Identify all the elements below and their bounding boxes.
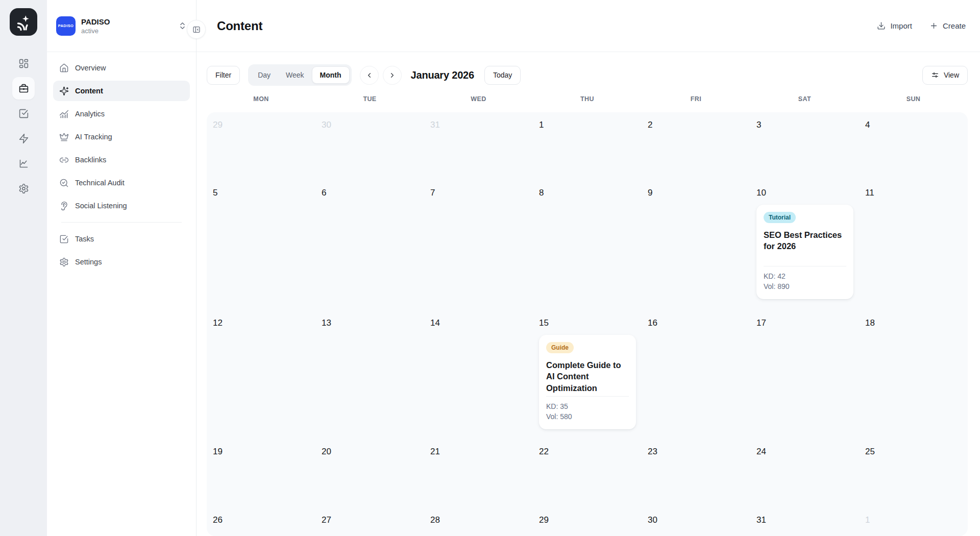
view-mode-month[interactable]: Month — [312, 66, 350, 84]
next-month-button[interactable] — [383, 66, 402, 85]
day-number: 31 — [756, 515, 859, 526]
day-number: 1 — [865, 515, 968, 526]
dow-label: FRI — [642, 95, 750, 103]
filter-button[interactable]: Filter — [207, 66, 240, 85]
rail-analytics-button[interactable] — [12, 152, 35, 175]
view-mode-week[interactable]: Week — [278, 66, 312, 84]
calendar-cell[interactable]: 26 — [207, 507, 315, 536]
sidebar-item-tasks[interactable]: Tasks — [53, 229, 190, 249]
rail-dashboard-button[interactable] — [12, 52, 35, 75]
download-icon — [877, 21, 886, 30]
sidebar-collapse-button[interactable] — [187, 20, 206, 39]
rail-workspace-button[interactable] — [12, 77, 35, 100]
calendar-cell[interactable]: 6 — [315, 180, 424, 310]
sidebar-item-label: Backlinks — [75, 156, 106, 164]
calendar-cell[interactable]: 7 — [424, 180, 533, 310]
dow-label: TUE — [315, 95, 424, 103]
calendar-cell[interactable]: 23 — [642, 439, 750, 507]
calendar-cell[interactable]: 19 — [207, 439, 315, 507]
day-number: 17 — [756, 318, 859, 329]
calendar-cell[interactable]: 18 — [859, 310, 968, 439]
calendar-cell[interactable]: 21 — [424, 439, 533, 507]
calendar-cell[interactable]: 2 — [642, 112, 750, 180]
import-button[interactable]: Import — [877, 21, 912, 30]
day-number: 19 — [213, 446, 315, 457]
calendar-toolbar: Filter Day Week Month January 2026 Today… — [197, 52, 980, 86]
calendar-cell[interactable]: 31 — [424, 112, 533, 180]
zap-icon — [18, 133, 29, 144]
period-label: January 2026 — [411, 69, 474, 81]
calendar-cell[interactable]: 31 — [750, 507, 859, 536]
calendar-cell[interactable]: 9 — [642, 180, 750, 310]
calendar-cell[interactable]: 1 — [533, 112, 642, 180]
event-metrics: KD: 42Vol: 890 — [764, 266, 846, 292]
event-card[interactable]: TutorialSEO Best Practices for 2026KD: 4… — [756, 205, 853, 299]
calendar-cell[interactable]: 12 — [207, 310, 315, 439]
calendar-cell[interactable]: 13 — [315, 310, 424, 439]
calendar-cell[interactable]: 22 — [533, 439, 642, 507]
calendar-cell[interactable]: 3 — [750, 112, 859, 180]
app-logo — [10, 8, 37, 36]
calendar-cell[interactable]: 15GuideComplete Guide to AI Content Opti… — [533, 310, 642, 439]
chevron-right-icon — [388, 71, 396, 79]
sidebar-item-analytics[interactable]: Analytics — [53, 104, 190, 124]
rail-settings-button[interactable] — [12, 177, 35, 200]
calendar-cell[interactable]: 5 — [207, 180, 315, 310]
calendar-cell[interactable]: 8 — [533, 180, 642, 310]
calendar-cell[interactable]: 30 — [642, 507, 750, 536]
sidebar-item-settings[interactable]: Settings — [53, 252, 190, 272]
sidebar-item-content[interactable]: Content — [53, 81, 190, 101]
event-title: SEO Best Practices for 2026 — [764, 229, 846, 252]
day-number: 13 — [322, 318, 424, 329]
rail-automation-button[interactable] — [12, 127, 35, 150]
event-card[interactable]: GuideComplete Guide to AI Content Optimi… — [539, 335, 636, 429]
view-options-button[interactable]: View — [922, 66, 968, 85]
sidebar-item-social-listening[interactable]: Social Listening — [53, 196, 190, 216]
calendar-cell[interactable]: 28 — [424, 507, 533, 536]
view-mode-day[interactable]: Day — [250, 66, 278, 84]
day-number: 30 — [322, 119, 424, 131]
calendar-cell[interactable]: 17 — [750, 310, 859, 439]
gear-icon — [59, 257, 69, 267]
day-number: 4 — [865, 119, 968, 131]
check-square-icon — [59, 234, 69, 244]
search-check-icon — [59, 178, 69, 188]
sidebar-item-backlinks[interactable]: Backlinks — [53, 150, 190, 170]
workspace-switcher[interactable]: PADISO PADISO active — [47, 0, 196, 52]
calendar-cell[interactable]: 1 — [859, 507, 968, 536]
calendar-cell[interactable]: 30 — [315, 112, 424, 180]
today-button[interactable]: Today — [484, 66, 521, 85]
calendar: MON TUE WED THU FRI SAT SUN 293031123456… — [197, 86, 980, 536]
sidebar-item-overview[interactable]: Overview — [53, 58, 190, 78]
calendar-cell[interactable]: 25 — [859, 439, 968, 507]
prev-month-button[interactable] — [360, 66, 379, 85]
sidebar-nav: Overview Content Analytics AI Tracking B… — [47, 52, 196, 275]
day-number: 8 — [539, 187, 642, 199]
calendar-cell[interactable]: 29 — [207, 112, 315, 180]
calendar-cell[interactable]: 14 — [424, 310, 533, 439]
plus-icon — [929, 21, 938, 30]
check-square-icon — [18, 108, 29, 119]
event-metrics: KD: 35Vol: 580 — [546, 397, 629, 422]
calendar-cell[interactable]: 16 — [642, 310, 750, 439]
rail-tasks-button[interactable] — [12, 102, 35, 125]
calendar-cell[interactable]: 10TutorialSEO Best Practices for 2026KD:… — [750, 180, 859, 310]
calendar-cell[interactable]: 24 — [750, 439, 859, 507]
event-type-badge: Guide — [546, 342, 574, 353]
sidebar-item-label: Social Listening — [75, 202, 127, 210]
calendar-cell[interactable]: 29 — [533, 507, 642, 536]
calendar-cell[interactable]: 4 — [859, 112, 968, 180]
day-number: 11 — [865, 187, 968, 199]
day-number: 30 — [648, 515, 750, 526]
sidebar-item-technical-audit[interactable]: Technical Audit — [53, 173, 190, 193]
create-button[interactable]: Create — [929, 21, 966, 30]
day-number: 22 — [539, 446, 642, 457]
sidebar-item-ai-tracking[interactable]: AI Tracking — [53, 127, 190, 147]
calendar-cell[interactable]: 11 — [859, 180, 968, 310]
day-number: 21 — [430, 446, 533, 457]
calendar-cell[interactable]: 20 — [315, 439, 424, 507]
day-number: 24 — [756, 446, 859, 457]
settings-gear-icon — [18, 183, 29, 194]
workspace-avatar: PADISO — [56, 16, 76, 36]
calendar-cell[interactable]: 27 — [315, 507, 424, 536]
